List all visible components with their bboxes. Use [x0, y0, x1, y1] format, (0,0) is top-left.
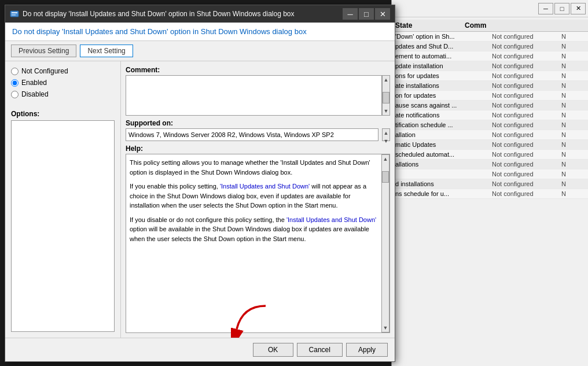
- row-comm: N: [561, 180, 585, 187]
- row-comm: N: [561, 121, 585, 128]
- table-row[interactable]: ons for updates Not configured N: [392, 71, 588, 81]
- comment-label: Comment:: [126, 66, 390, 74]
- table-row[interactable]: pdates and Shut D... Not configured N: [392, 42, 588, 51]
- cancel-button[interactable]: Cancel: [297, 343, 343, 357]
- disabled-radio[interactable]: [11, 91, 19, 98]
- supported-row: ▲ ▼: [126, 128, 390, 141]
- help-text-3-post: option will be available in the Shut Dow…: [130, 225, 369, 242]
- bg-minimize-btn[interactable]: ─: [538, 3, 553, 14]
- row-state: Not configured: [492, 112, 561, 119]
- supported-input: [126, 128, 378, 141]
- help-text-3-pre: If you disable or do not configure this …: [130, 216, 286, 223]
- scrollbar-up-arrow[interactable]: ▲: [383, 76, 389, 84]
- dialog-footer: OK Cancel Apply: [5, 338, 395, 361]
- help-section: Help: This policy setting allows you to …: [126, 145, 390, 333]
- comment-textarea[interactable]: [126, 75, 382, 116]
- supported-label: Supported on:: [126, 119, 390, 127]
- table-row[interactable]: Not configured N: [392, 169, 588, 179]
- not-configured-radio[interactable]: [11, 68, 19, 75]
- help-paragraph-3: If you disable or do not configure this …: [130, 215, 378, 244]
- row-name: allation: [395, 131, 492, 138]
- bg-col-headers: State Comm: [392, 20, 588, 32]
- enabled-label: Enabled: [21, 79, 47, 87]
- row-name: 'Down' option in Sh...: [395, 33, 492, 40]
- table-row[interactable]: on for updates Not configured N: [392, 91, 588, 101]
- row-name: ate notifications: [395, 112, 492, 119]
- row-state: Not configured: [492, 131, 561, 138]
- background-panel: ─ □ ✕ State Comm 'Down' option in Sh... …: [391, 0, 588, 366]
- table-row[interactable]: ns schedule for u... Not configured N: [392, 189, 588, 199]
- table-row[interactable]: pdate installation Not configured N: [392, 61, 588, 71]
- bg-close-btn[interactable]: ✕: [571, 3, 586, 14]
- radio-group: Not Configured Enabled Disabled: [11, 67, 115, 98]
- dialog-nav: Previous Setting Next Setting: [5, 41, 395, 61]
- row-name: pdates and Shut D...: [395, 43, 492, 50]
- col-comm-header: Comm: [465, 21, 499, 29]
- table-row[interactable]: ause scans against ... Not configured N: [392, 101, 588, 110]
- row-state: Not configured: [492, 82, 561, 89]
- row-comm: N: [561, 161, 585, 168]
- bg-panel-header: ─ □ ✕: [392, 0, 588, 17]
- row-comm: N: [561, 33, 585, 40]
- scrollbar-thumb[interactable]: [383, 92, 389, 103]
- row-name: ons for updates: [395, 72, 492, 79]
- table-row[interactable]: ement to automati... Not configured N: [392, 51, 588, 61]
- row-state: Not configured: [492, 92, 561, 99]
- supported-section: Supported on: ▲ ▼: [126, 119, 390, 141]
- table-row[interactable]: matic Updates Not configured N: [392, 140, 588, 150]
- comment-scrollbar[interactable]: ▲ ▼: [382, 75, 390, 116]
- next-setting-button[interactable]: Next Setting: [80, 45, 133, 57]
- row-state: Not configured: [492, 53, 561, 60]
- bg-rows-container: 'Down' option in Sh... Not configured N …: [392, 32, 588, 199]
- comment-wrapper: ▲ ▼: [126, 75, 390, 116]
- scrollbar-down-arrow[interactable]: ▼: [383, 107, 389, 115]
- supported-scrollbar-down[interactable]: ▼: [383, 137, 389, 145]
- row-comm: N: [561, 112, 585, 119]
- row-name: ns schedule for u...: [395, 190, 492, 197]
- previous-setting-button[interactable]: Previous Setting: [11, 45, 76, 57]
- apply-button[interactable]: Apply: [346, 343, 388, 357]
- not-configured-option[interactable]: Not Configured: [11, 67, 115, 75]
- row-state: Not configured: [492, 33, 561, 40]
- help-scrollbar-thumb[interactable]: [382, 171, 389, 183]
- row-comm: N: [561, 92, 585, 99]
- supported-scrollbar-up[interactable]: ▲: [383, 129, 389, 137]
- row-name: pdate installation: [395, 62, 492, 69]
- svg-rect-1: [12, 12, 17, 13]
- comment-section: Comment: ▲ ▼: [126, 66, 390, 116]
- help-text-2-blue: 'Install Updates and Shut Down': [220, 183, 310, 190]
- dialog-titlebar: Do not display 'Install Updates and Shut…: [5, 5, 395, 23]
- row-state: Not configured: [492, 102, 561, 109]
- maximize-button[interactable]: □: [359, 8, 374, 20]
- supported-scrollbar[interactable]: ▲ ▼: [382, 128, 390, 141]
- enabled-radio[interactable]: [11, 79, 19, 87]
- table-row[interactable]: ate notifications Not configured N: [392, 110, 588, 120]
- help-scrollbar[interactable]: ▲ ▼: [381, 154, 389, 332]
- row-comm: N: [561, 141, 585, 148]
- row-comm: N: [561, 190, 585, 197]
- ok-button[interactable]: OK: [253, 343, 293, 357]
- table-row[interactable]: ate installations Not configured N: [392, 81, 588, 91]
- row-comm: N: [561, 151, 585, 158]
- row-comm: N: [561, 171, 585, 178]
- table-row[interactable]: 'Down' option in Sh... Not configured N: [392, 32, 588, 42]
- table-row[interactable]: d installations Not configured N: [392, 179, 588, 189]
- row-name: scheduled automat...: [395, 151, 492, 158]
- bg-maximize-btn[interactable]: □: [554, 3, 569, 14]
- table-row[interactable]: scheduled automat... Not configured N: [392, 150, 588, 160]
- row-name: ause scans against ...: [395, 102, 492, 109]
- row-name: tification schedule ...: [395, 121, 492, 128]
- enabled-option[interactable]: Enabled: [11, 79, 115, 87]
- help-scrollbar-down[interactable]: ▼: [382, 324, 389, 332]
- not-configured-label: Not Configured: [21, 67, 68, 75]
- table-row[interactable]: tification schedule ... Not configured N: [392, 120, 588, 130]
- table-row[interactable]: allation Not configured N: [392, 130, 588, 140]
- help-scrollbar-up[interactable]: ▲: [382, 155, 389, 163]
- disabled-option[interactable]: Disabled: [11, 90, 115, 98]
- table-row[interactable]: allations Not configured N: [392, 160, 588, 169]
- minimize-button[interactable]: ─: [343, 8, 358, 20]
- help-wrapper: This policy setting allows you to manage…: [126, 154, 390, 333]
- row-name: on for updates: [395, 92, 492, 99]
- close-button[interactable]: ✕: [375, 8, 390, 20]
- help-paragraph-2: If you enable this policy setting, 'Inst…: [130, 182, 378, 210]
